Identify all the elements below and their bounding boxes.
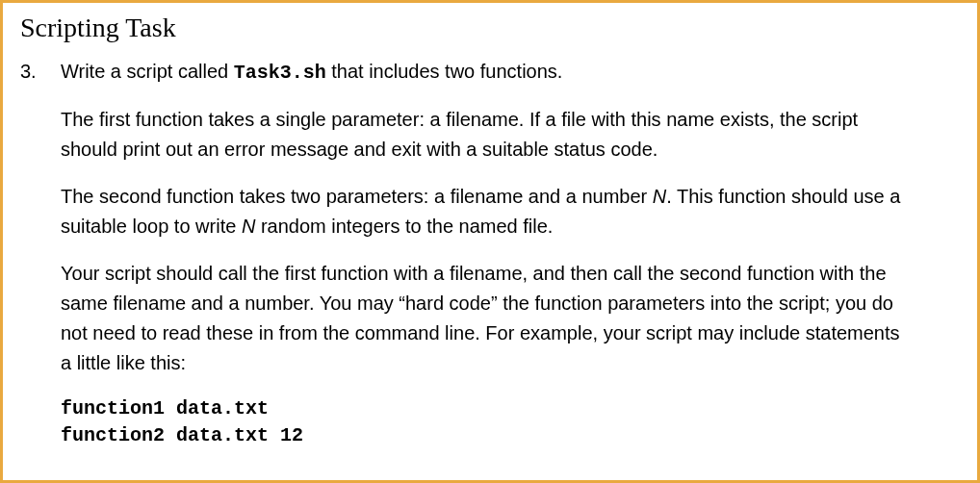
task-frame: Scripting Task 3. Write a script called … <box>0 0 980 483</box>
code-line-1: function1 data.txt <box>61 397 269 419</box>
p2-a: The second function takes two parameters… <box>61 186 653 207</box>
task-item: 3. Write a script called Task3.sh that i… <box>20 57 960 449</box>
example-code: function1 data.txt function2 data.txt 12 <box>61 395 908 449</box>
var-n-2: N <box>242 216 255 237</box>
intro-pre: Write a script called <box>61 61 234 82</box>
function2-paragraph: The second function takes two parameters… <box>61 182 908 242</box>
function1-paragraph: The first function takes a single parame… <box>61 105 908 165</box>
task-body: Write a script called Task3.sh that incl… <box>61 57 908 449</box>
script-filename: Task3.sh <box>234 62 326 84</box>
var-n-1: N <box>653 186 666 207</box>
code-line-2: function2 data.txt 12 <box>61 424 303 446</box>
p2-c: random integers to the named file. <box>255 216 553 237</box>
intro-paragraph: Write a script called Task3.sh that incl… <box>61 57 908 88</box>
section-title: Scripting Task <box>20 13 960 43</box>
intro-post: that includes two functions. <box>326 61 563 82</box>
item-number: 3. <box>20 57 38 86</box>
usage-paragraph: Your script should call the first functi… <box>61 259 908 378</box>
